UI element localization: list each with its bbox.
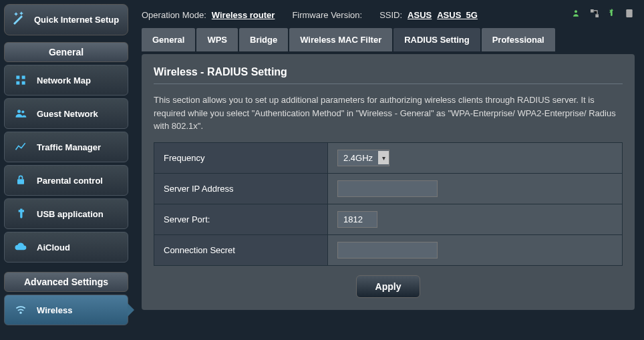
clients-icon[interactable] (572, 8, 583, 21)
network-map-icon (13, 72, 29, 88)
page-description: This section allows you to set up additi… (154, 94, 623, 133)
sidebar-item-guest-network[interactable]: Guest Network (4, 98, 128, 129)
frequency-value: 2.4GHz (338, 150, 378, 166)
operation-mode-label: Operation Mode: (142, 10, 206, 20)
operation-mode-value[interactable]: Wireless router (212, 10, 275, 20)
tabs: General WPS Bridge Wireless MAC Filter R… (142, 28, 635, 51)
server-ip-input[interactable] (337, 180, 438, 197)
sidebar-item-label: Network Map (37, 75, 91, 86)
sidebar-section-general: General (4, 42, 128, 62)
page-title: Wireless - RADIUS Setting (154, 66, 623, 78)
tab-bridge[interactable]: Bridge (239, 28, 288, 51)
main-content: Operation Mode: Wireless router Firmware… (132, 0, 644, 340)
frequency-select[interactable]: 2.4GHz ▾ (337, 150, 389, 166)
wand-icon (11, 10, 27, 29)
svg-point-5 (21, 110, 24, 113)
usb-icon[interactable] (607, 8, 617, 21)
firmware-version-label: Firmware Version: (292, 10, 362, 20)
sidebar-section-advanced: Advanced Settings (4, 272, 128, 292)
svg-rect-11 (626, 9, 632, 17)
sidebar-item-parental-control[interactable]: Parental control (4, 165, 128, 196)
tab-general[interactable]: General (142, 28, 195, 51)
svg-point-7 (19, 312, 21, 314)
parental-control-icon (13, 172, 29, 188)
wireless-icon (13, 302, 29, 318)
traffic-manager-icon (13, 139, 29, 155)
tab-radius-setting[interactable]: RADIUS Setting (393, 28, 480, 51)
sidebar: Quick Internet Setup General Network Map… (0, 0, 132, 340)
ssid-value-2[interactable]: ASUS_5G (437, 10, 478, 20)
connection-secret-input[interactable] (337, 242, 438, 259)
chevron-down-icon: ▾ (378, 151, 389, 164)
svg-rect-3 (22, 81, 25, 85)
svg-rect-0 (16, 75, 19, 79)
ssid-label: SSID: (379, 10, 402, 20)
sidebar-item-label: Guest Network (37, 109, 98, 119)
svg-rect-9 (591, 9, 594, 13)
tab-professional[interactable]: Professional (482, 28, 555, 51)
svg-rect-1 (22, 75, 25, 79)
sidebar-item-label: USB application (37, 209, 104, 219)
tab-wps[interactable]: WPS (196, 28, 238, 51)
server-ip-label: Server IP Address (154, 173, 328, 204)
network-icon[interactable] (589, 8, 600, 21)
ssid-value-1[interactable]: ASUS (408, 10, 432, 20)
sidebar-item-aicloud[interactable]: AiCloud (4, 232, 128, 263)
content-panel: Wireless - RADIUS Setting This section a… (142, 54, 635, 310)
sidebar-item-label: AiCloud (37, 242, 70, 252)
svg-point-8 (575, 10, 577, 13)
sidebar-item-wireless[interactable]: Wireless (4, 295, 128, 325)
sidebar-item-network-map[interactable]: Network Map (4, 65, 128, 96)
svg-point-4 (17, 110, 21, 113)
sidebar-item-label: Wireless (37, 305, 72, 315)
connection-secret-label: Connection Secret (154, 234, 328, 265)
sidebar-item-label: Traffic Manager (37, 142, 101, 152)
svg-rect-2 (16, 81, 19, 85)
info-icon[interactable] (624, 8, 635, 21)
sidebar-item-traffic-manager[interactable]: Traffic Manager (4, 132, 128, 162)
tab-wireless-mac-filter[interactable]: Wireless MAC Filter (289, 28, 392, 51)
sidebar-item-usb-application[interactable]: USB application (4, 198, 128, 229)
svg-rect-10 (595, 14, 599, 17)
quick-setup-label: Quick Internet Setup (34, 15, 119, 25)
top-bar: Operation Mode: Wireless router Firmware… (142, 5, 635, 28)
server-port-label: Server Port: (154, 204, 328, 234)
guest-network-icon (13, 106, 29, 122)
quick-internet-setup-button[interactable]: Quick Internet Setup (4, 4, 128, 35)
svg-rect-6 (17, 179, 24, 184)
server-port-input[interactable] (337, 211, 377, 228)
apply-button[interactable]: Apply (356, 275, 421, 298)
divider (154, 83, 623, 84)
frequency-label: Frequency (154, 142, 328, 173)
aicloud-icon (13, 239, 29, 255)
sidebar-item-label: Parental control (37, 176, 103, 186)
settings-table: Frequency 2.4GHz ▾ Server IP Address Ser… (154, 142, 623, 266)
usb-application-icon (13, 206, 29, 222)
